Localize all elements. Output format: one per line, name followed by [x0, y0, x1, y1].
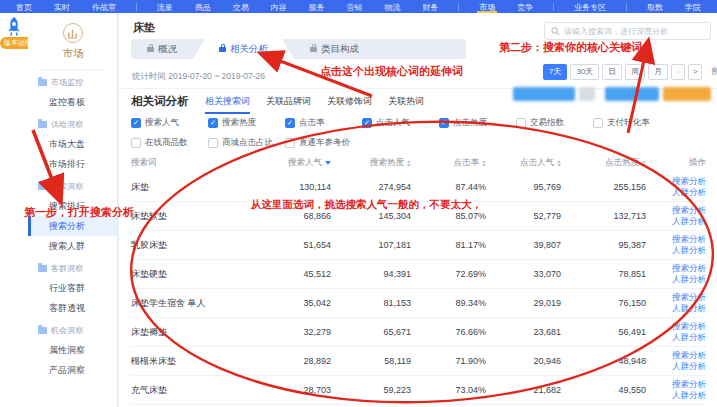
checkbox-checked[interactable]: ✓ [208, 118, 218, 128]
tab-overview[interactable]: 概况 [131, 39, 193, 59]
sidebar-item-search-rank[interactable]: 搜索排行 [28, 196, 117, 216]
checkbox-checked[interactable]: ✓ [131, 118, 141, 128]
crowd-analysis-link[interactable]: 人群分析 [672, 332, 706, 343]
crowd-analysis-link[interactable]: 人群分析 [672, 216, 706, 227]
checkbox-unchecked[interactable] [516, 118, 526, 128]
sidebar-item-attribute-insight[interactable]: 属性洞察 [28, 340, 117, 360]
crowd-analysis-link[interactable]: 人群分析 [672, 274, 706, 285]
col-click-popularity[interactable]: 点击人气 [486, 157, 561, 169]
checkbox-unchecked[interactable] [593, 118, 603, 128]
sidebar-item-product-insight[interactable]: 产品洞察 [28, 360, 117, 380]
sidebar-group-customer: 客群洞察 [28, 256, 117, 278]
search-analysis-link[interactable]: 搜索分析 [672, 350, 706, 361]
keyword-cell: 床垫学生宿舍 单人 [131, 297, 251, 310]
sidebar-item-industry-customer[interactable]: 行业客群 [28, 278, 117, 298]
value-cell: 23,681 [486, 327, 561, 337]
filter-search-popularity[interactable]: ✓搜索人气 [131, 117, 208, 129]
nav-item-marketing[interactable]: 营销 [344, 0, 364, 13]
filter-click-heat[interactable]: ✓点击热度 [439, 117, 516, 129]
nav-item-realtime[interactable]: 实时 [52, 0, 72, 13]
tab-related-hot-words[interactable]: 关联热词 [388, 95, 424, 114]
value-cell: 89.34% [411, 298, 486, 308]
filter-trade-index[interactable]: 交易指数 [516, 117, 593, 129]
crowd-analysis-link[interactable]: 人群分析 [672, 390, 706, 401]
nav-item-competition[interactable]: 竞争 [515, 0, 535, 13]
date-btn-7d[interactable]: 7天 [543, 64, 567, 80]
nav-item-market[interactable]: 市场 [477, 0, 497, 13]
checkbox-unchecked[interactable] [208, 138, 218, 148]
date-btn-day[interactable]: 日 [602, 64, 622, 80]
nav-item-traffic[interactable]: 流量 [155, 0, 175, 13]
crowd-analysis-link[interactable]: 人群分析 [672, 245, 706, 256]
checkbox-checked[interactable]: ✓ [439, 118, 449, 128]
col-click-heat[interactable]: 点击热度 [561, 157, 646, 169]
sidebar-item-search-crowd[interactable]: 搜索人群 [28, 236, 117, 256]
search-input[interactable] [564, 27, 704, 36]
filter-click-popularity[interactable]: ✓点击人气 [362, 117, 439, 129]
rocket-icon[interactable] [3, 16, 25, 38]
tab-related-analysis[interactable]: 相关分析 [193, 39, 294, 59]
search-analysis-link[interactable]: 搜索分析 [672, 205, 706, 216]
redacted-blue-button[interactable] [605, 87, 659, 101]
tab-related-modifier-words[interactable]: 关联修饰词 [327, 95, 372, 114]
nav-item-goods[interactable]: 商品 [193, 0, 213, 13]
value-cell: 95,387 [561, 240, 646, 250]
redacted-blue-button[interactable] [513, 87, 575, 101]
nav-item-content[interactable]: 内容 [269, 0, 289, 13]
checkbox-unchecked[interactable] [285, 138, 295, 148]
redacted-gray-button[interactable] [579, 87, 595, 101]
nav-item-data-fetch[interactable]: 取数 [645, 0, 665, 13]
tab-related-brand-words[interactable]: 关联品牌词 [266, 95, 311, 114]
search-analysis-link[interactable]: 搜索分析 [672, 321, 706, 332]
col-search-heat[interactable]: 搜索热度 [331, 157, 411, 169]
date-btn-week[interactable]: 周 [625, 64, 645, 80]
nav-item-service[interactable]: 服务 [307, 0, 327, 13]
col-ctr[interactable]: 点击率 [411, 157, 486, 169]
nav-item-logistics[interactable]: 物流 [382, 0, 402, 13]
sidebar-item-monitor-board[interactable]: 监控看板 [28, 92, 117, 112]
nav-item-biz-zone[interactable]: 业务专区 [572, 0, 608, 13]
lock-icon [147, 47, 154, 52]
pager-next-button[interactable]: > [688, 64, 702, 80]
date-btn-30d[interactable]: 30天 [570, 64, 599, 80]
search-analysis-link[interactable]: 搜索分析 [672, 234, 706, 245]
pager-prev-button[interactable]: < [671, 64, 685, 80]
filter-pay-conversion[interactable]: 支付转化率 [593, 117, 670, 129]
sidebar-item-customer-insight[interactable]: 客群透视 [28, 298, 117, 318]
checkbox-unchecked[interactable] [131, 138, 141, 148]
filter-mall-click-share[interactable]: 商城点击占比 [208, 137, 285, 149]
tab-related-search-words[interactable]: 相关搜索词 [205, 95, 250, 114]
value-cell: 72.69% [411, 269, 486, 279]
nav-divider [136, 3, 137, 11]
redacted-orange-button[interactable] [663, 87, 711, 101]
filter-ztc-ref-price[interactable]: 直通车参考价 [285, 137, 362, 149]
nav-item-finance[interactable]: 财务 [420, 0, 440, 13]
search-analysis-link[interactable]: 搜索分析 [672, 176, 706, 187]
crowd-analysis-link[interactable]: 人群分析 [672, 187, 706, 198]
filter-search-heat[interactable]: ✓搜索热度 [208, 117, 285, 129]
search-analysis-link[interactable]: 搜索分析 [672, 292, 706, 303]
sidebar-item-search-analysis[interactable]: 搜索分析 [28, 216, 117, 236]
search-analysis-link[interactable]: 搜索分析 [672, 263, 706, 274]
filter-ctr[interactable]: ✓点击率 [285, 117, 362, 129]
sidebar-item-market-rank[interactable]: 市场排行 [28, 154, 117, 174]
search-analysis-link[interactable]: 搜索分析 [672, 379, 706, 390]
filter-online-items[interactable]: 在线商品数 [131, 137, 208, 149]
checkbox-checked[interactable]: ✓ [362, 118, 372, 128]
nav-item-warroom[interactable]: 作战室 [90, 0, 118, 13]
crowd-analysis-link[interactable]: 人群分析 [672, 361, 706, 372]
nav-item-trade[interactable]: 交易 [231, 0, 251, 13]
terminal-filter-dropdown[interactable]: 所有终端 [711, 66, 717, 78]
col-search-popularity[interactable]: 搜索人气 [251, 157, 331, 169]
value-cell: 68,866 [251, 211, 331, 221]
checkbox-checked[interactable]: ✓ [285, 118, 295, 128]
market-module-icon [63, 23, 83, 43]
tab-category-composition[interactable]: 类目构成 [294, 39, 375, 59]
crowd-analysis-link[interactable]: 人群分析 [672, 303, 706, 314]
date-btn-month[interactable]: 月 [648, 64, 668, 80]
nav-item-academy[interactable]: 学院 [683, 0, 703, 13]
left-rail: 版本说明 [0, 13, 28, 407]
value-cell: 49,550 [561, 385, 646, 395]
nav-item-home[interactable]: 首页 [14, 0, 34, 13]
sidebar-item-market-overview[interactable]: 市场大盘 [28, 134, 117, 154]
